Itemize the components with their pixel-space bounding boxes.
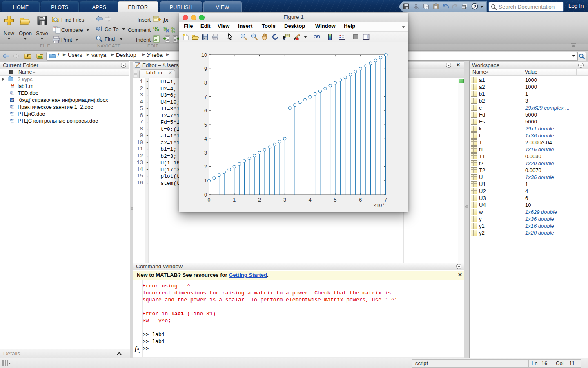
- svg-text:W: W: [11, 105, 13, 108]
- svg-text:%: %: [153, 25, 159, 33]
- svg-text:2: 2: [258, 197, 261, 203]
- svg-text:?: ?: [474, 4, 477, 9]
- svg-text:×10-3: ×10-3: [373, 202, 385, 209]
- svg-text:5: 5: [204, 122, 207, 128]
- svg-text:6: 6: [204, 108, 207, 114]
- svg-text:1: 1: [204, 178, 207, 184]
- svg-text:4: 4: [204, 136, 207, 142]
- svg-text:9: 9: [204, 66, 207, 72]
- svg-text:W: W: [11, 119, 13, 122]
- svg-text:1: 1: [233, 197, 236, 203]
- svg-text:4: 4: [309, 197, 312, 203]
- svg-text:0: 0: [204, 192, 207, 198]
- svg-text:3: 3: [204, 150, 207, 156]
- svg-text:✕: ✕: [165, 28, 169, 33]
- svg-text:6: 6: [359, 197, 362, 203]
- svg-text:5: 5: [334, 197, 337, 203]
- svg-text:%: %: [172, 29, 175, 33]
- svg-text:7: 7: [204, 94, 207, 100]
- svg-text:2: 2: [204, 164, 207, 170]
- svg-text:W: W: [11, 99, 14, 102]
- svg-text:3: 3: [283, 197, 286, 203]
- svg-text:10: 10: [201, 52, 207, 58]
- svg-text:8: 8: [204, 80, 207, 86]
- svg-text:W: W: [11, 112, 13, 115]
- svg-text:W: W: [11, 92, 13, 94]
- svg-text:0: 0: [208, 197, 211, 203]
